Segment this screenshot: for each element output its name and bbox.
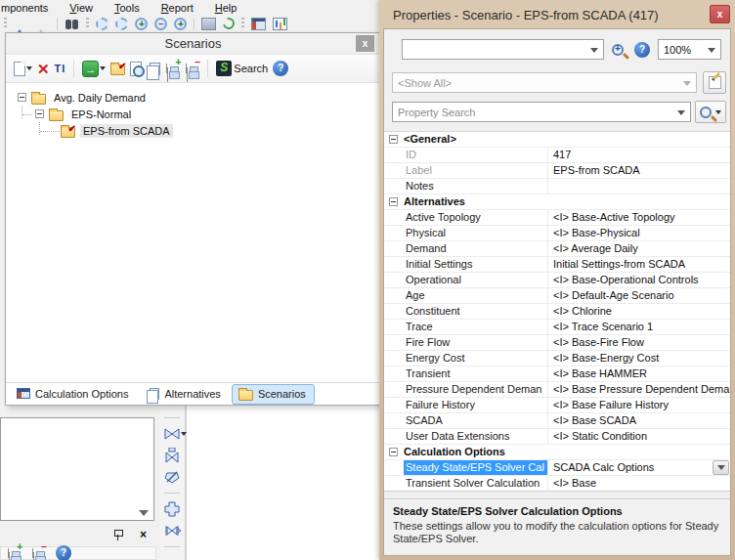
property-label[interactable]: Failure History — [404, 398, 548, 412]
collapse-icon[interactable] — [389, 448, 398, 456]
tree-item-label[interactable]: EPS-Normal — [68, 108, 134, 121]
find-icon[interactable] — [65, 18, 79, 30]
tab-scenarios[interactable]: Scenarios — [232, 384, 315, 405]
property-value[interactable]: <I> Base-Physical — [548, 226, 730, 240]
element-selector-combo[interactable] — [402, 39, 604, 60]
property-row[interactable]: Physical<I> Base-Physical — [384, 226, 730, 241]
help-icon[interactable]: ? — [56, 545, 71, 560]
help-icon[interactable]: ? — [273, 61, 288, 76]
prv-valve-icon[interactable] — [162, 448, 182, 463]
chevron-down-icon[interactable] — [677, 110, 685, 115]
property-row[interactable]: Fire Flow<I> Base-Fire Flow — [384, 335, 730, 351]
flextable-icon[interactable] — [251, 18, 266, 30]
property-label[interactable]: Transient Solver Calculation — [404, 476, 548, 491]
property-value[interactable]: 417 — [548, 148, 730, 162]
property-value[interactable]: <I> Base-Fire Flow — [548, 335, 730, 350]
compute-button[interactable]: → — [82, 61, 106, 77]
pan-icon[interactable] — [14, 18, 28, 30]
collapse-icon[interactable] — [18, 93, 26, 102]
property-value[interactable]: <I> Base SCADA — [548, 413, 730, 428]
collapse-icon[interactable] — [389, 135, 398, 144]
property-row[interactable]: Transient Solver Calculation<I> Base — [384, 476, 730, 492]
menu-report[interactable]: Report — [151, 2, 204, 14]
zoom-extents-icon[interactable] — [115, 18, 128, 30]
tab-calculation-options[interactable]: Calculation Options — [10, 385, 137, 404]
tree-item-label[interactable]: EPS-from SCADA — [80, 124, 173, 138]
property-label[interactable]: User Data Extensions — [404, 429, 548, 444]
scroll-down-icon[interactable] — [139, 510, 149, 516]
gpv-valve-icon[interactable] — [162, 469, 182, 485]
property-value[interactable]: <I> Trace Scenario 1 — [548, 320, 730, 334]
collapse-icon[interactable] — [35, 109, 44, 118]
property-row[interactable]: Steady State/EPS Solver CalSCADA Calc Op… — [384, 460, 730, 476]
help-button[interactable]: ? — [633, 41, 651, 59]
property-label[interactable]: Steady State/EPS Solver Cal — [404, 460, 548, 475]
property-value[interactable]: <I> Base-Active Topology — [548, 210, 730, 225]
toolbar-gripper[interactable] — [241, 18, 244, 29]
property-label[interactable]: ID — [404, 148, 548, 162]
refresh-icon[interactable] — [221, 16, 237, 31]
customize-button[interactable] — [703, 71, 726, 94]
search-button[interactable]: S Search — [216, 61, 268, 76]
property-value[interactable]: <I> Base-Energy Cost — [548, 351, 730, 366]
tree-item-eps-normal[interactable]: EPS-Normal — [35, 106, 134, 122]
property-label[interactable]: Trace — [404, 320, 548, 334]
tab-alternatives[interactable]: Alternatives — [139, 385, 229, 404]
valve-icon[interactable] — [162, 426, 182, 442]
toolbar-gripper[interactable] — [86, 18, 89, 29]
property-value[interactable]: <I> Base-Operational Controls — [548, 273, 730, 287]
property-value[interactable]: <I> Static Condition — [548, 429, 730, 444]
zoom-out-icon[interactable]: − — [154, 18, 167, 30]
graph-icon[interactable] — [273, 18, 287, 30]
property-value[interactable]: <I> Average Daily — [548, 241, 730, 256]
property-row[interactable]: LabelEPS-from SCADA — [384, 163, 730, 179]
collapse-all-button[interactable]: − — [185, 62, 199, 75]
property-row[interactable]: Demand<I> Average Daily — [384, 241, 730, 257]
property-section-row[interactable]: Calculation Options — [384, 445, 730, 460]
dropdown-caret-icon[interactable] — [181, 432, 187, 436]
expand-all-button[interactable]: + — [165, 62, 180, 75]
property-search-button[interactable] — [695, 101, 726, 123]
collapse-icon[interactable] — [389, 197, 398, 206]
property-label[interactable]: Initial Settings — [404, 257, 548, 272]
property-value[interactable]: <I> Base Failure History — [548, 398, 730, 412]
property-row[interactable]: Initial SettingsInitial Settings-from SC… — [384, 257, 730, 273]
zoom-window-icon[interactable] — [96, 18, 108, 30]
property-value[interactable]: <I> Chlorine — [548, 304, 730, 319]
value-dropdown-button[interactable] — [713, 460, 729, 475]
preview-button[interactable] — [130, 62, 142, 76]
property-label[interactable]: Fire Flow — [404, 335, 548, 350]
check-valve-icon[interactable] — [162, 523, 182, 538]
property-row[interactable]: User Data Extensions<I> Static Condition — [384, 429, 730, 445]
property-label[interactable]: Energy Cost — [404, 351, 548, 366]
delete-button[interactable]: ✕ — [37, 62, 50, 76]
zoom-previous-icon[interactable]: + — [174, 18, 187, 30]
property-label[interactable]: Age — [404, 288, 548, 303]
property-row[interactable]: Pressure Dependent Deman<I> Base Pressur… — [384, 382, 730, 398]
property-row[interactable]: Age<I> Default-Age Scenario — [384, 288, 730, 304]
tree-item-label[interactable]: Avg. Daily Demand — [51, 91, 149, 105]
property-label[interactable]: Label — [404, 163, 548, 178]
property-value[interactable]: <I> Base HAMMER — [548, 366, 730, 381]
menu-tools[interactable]: Tools — [104, 2, 151, 14]
rename-button[interactable]: TI — [55, 63, 66, 74]
filter-combo[interactable]: <Show All> — [392, 72, 697, 93]
tree-item-avg-daily-demand[interactable]: Avg. Daily Demand — [18, 89, 149, 106]
aerial-view-icon[interactable] — [201, 18, 216, 30]
property-value[interactable]: <I> Base — [548, 476, 730, 491]
property-label[interactable]: Constituent — [404, 304, 548, 319]
copy-button[interactable] — [147, 63, 160, 75]
property-row[interactable]: SCADA<I> Base SCADA — [384, 413, 730, 429]
menu-components[interactable]: mponents — [0, 2, 59, 14]
make-current-button[interactable] — [110, 62, 125, 75]
property-row[interactable]: ID417 — [384, 148, 730, 163]
pin-icon[interactable] — [113, 530, 123, 541]
property-value[interactable] — [548, 179, 730, 194]
chevron-down-icon[interactable] — [590, 48, 598, 53]
property-row[interactable]: Operational<I> Base-Operational Controls — [384, 273, 730, 288]
property-row[interactable]: Energy Cost<I> Base-Energy Cost — [384, 351, 730, 366]
property-value[interactable]: <I> Base Pressure Dependent Deman — [548, 382, 730, 397]
property-section-row[interactable]: Alternatives — [384, 194, 730, 210]
property-row[interactable]: Failure History<I> Base Failure History — [384, 398, 730, 413]
property-value[interactable]: SCADA Calc Options — [548, 460, 730, 475]
